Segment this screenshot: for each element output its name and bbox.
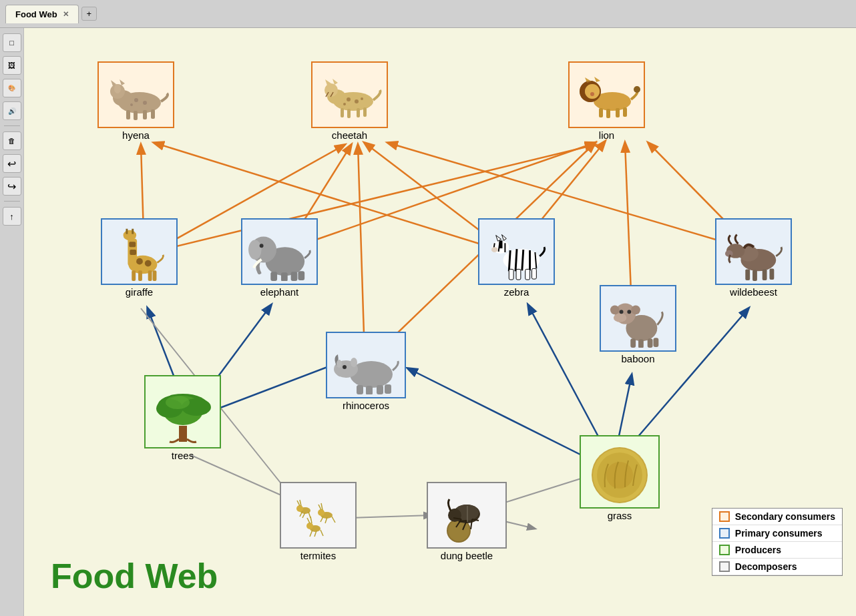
svg-marker-96 <box>495 236 501 242</box>
svg-rect-81 <box>270 272 277 281</box>
node-zebra[interactable]: zebra <box>478 218 555 298</box>
node-grass[interactable]: grass <box>580 435 660 521</box>
svg-rect-109 <box>762 269 767 280</box>
node-lion[interactable]: lion <box>568 61 645 141</box>
svg-rect-121 <box>653 338 658 347</box>
sidebar-separator <box>4 125 20 126</box>
termites-icon <box>285 487 352 544</box>
sidebar-btn-undo[interactable]: ↩ <box>3 154 21 173</box>
node-elephant[interactable]: elephant <box>241 218 318 298</box>
svg-rect-127 <box>357 385 363 394</box>
svg-rect-98 <box>499 240 502 248</box>
node-dung-beetle[interactable]: dung beetle <box>427 482 507 561</box>
svg-rect-70 <box>138 270 142 281</box>
tab-label: Food Web <box>15 9 57 19</box>
svg-rect-131 <box>179 426 187 442</box>
sidebar-btn-share[interactable]: ↑ <box>3 207 21 226</box>
wildebeest-label: wildebeest <box>730 286 777 298</box>
svg-rect-129 <box>377 385 383 394</box>
svg-rect-62 <box>623 107 627 117</box>
legend-secondary-label: Secondary consumers <box>735 511 835 522</box>
svg-rect-118 <box>630 338 636 348</box>
svg-point-80 <box>259 244 263 248</box>
legend-producers-label: Producers <box>735 545 781 555</box>
svg-rect-60 <box>606 109 610 118</box>
new-tab-button[interactable]: + <box>81 7 97 21</box>
dung-beetle-label: dung beetle <box>441 550 493 561</box>
sidebar-btn-redo[interactable]: ↪ <box>3 177 21 196</box>
svg-rect-45 <box>357 108 360 117</box>
svg-line-159 <box>310 530 312 537</box>
svg-point-116 <box>619 310 623 314</box>
svg-line-151 <box>321 503 323 510</box>
wildebeest-icon <box>720 222 787 281</box>
sidebar-btn-color[interactable]: 🎨 <box>3 79 21 97</box>
dung-beetle-icon <box>432 487 502 544</box>
svg-point-114 <box>610 305 619 314</box>
legend-decomposers-color <box>719 561 730 572</box>
cheetah-icon <box>316 68 383 121</box>
legend-primary-label: Primary consumers <box>735 528 823 539</box>
svg-rect-128 <box>366 386 373 394</box>
node-cheetah[interactable]: cheetah <box>311 61 388 141</box>
svg-line-161 <box>320 530 323 536</box>
svg-rect-130 <box>385 384 391 394</box>
svg-rect-119 <box>638 339 644 348</box>
svg-point-28 <box>114 84 121 93</box>
legend-primary-color <box>719 528 730 539</box>
svg-rect-31 <box>126 110 130 119</box>
svg-point-136 <box>166 396 190 409</box>
svg-line-144 <box>300 500 301 506</box>
legend-primary: Primary consumers <box>712 525 842 542</box>
svg-line-143 <box>297 501 300 506</box>
svg-rect-61 <box>616 108 620 117</box>
svg-rect-101 <box>525 269 529 280</box>
svg-point-156 <box>306 523 313 529</box>
legend-producers-color <box>719 545 730 555</box>
sidebar-btn-image[interactable]: 🖼 <box>3 56 21 75</box>
svg-marker-55 <box>594 77 600 82</box>
node-wildebeest[interactable]: wildebeest <box>715 218 792 298</box>
svg-marker-97 <box>501 235 506 241</box>
svg-rect-69 <box>132 270 136 281</box>
svg-point-117 <box>627 310 631 314</box>
svg-point-140 <box>606 462 633 489</box>
node-giraffe[interactable]: giraffe <box>101 218 178 298</box>
svg-rect-110 <box>769 268 774 280</box>
node-hyena[interactable]: hyena <box>97 61 174 141</box>
svg-line-150 <box>318 505 321 510</box>
svg-line-5 <box>154 143 505 252</box>
trees-icon <box>150 380 216 444</box>
svg-point-75 <box>136 258 143 265</box>
node-rhinoceros[interactable]: rhinoceros <box>326 332 406 411</box>
tab-close[interactable]: ✕ <box>63 10 69 19</box>
svg-rect-99 <box>509 269 513 280</box>
lion-label: lion <box>599 129 614 141</box>
baboon-label: baboon <box>621 353 654 364</box>
canvas-area: hyena <box>24 28 856 616</box>
sidebar-btn-rectangle[interactable]: □ <box>3 33 21 52</box>
svg-line-157 <box>307 518 310 523</box>
svg-line-86 <box>509 250 510 271</box>
svg-rect-67 <box>126 229 128 234</box>
legend-secondary-color <box>719 511 730 522</box>
browser-tab[interactable]: Food Web ✕ <box>5 5 79 23</box>
grass-label: grass <box>608 510 632 521</box>
svg-point-49 <box>343 103 346 105</box>
svg-rect-68 <box>132 229 134 234</box>
svg-rect-82 <box>280 272 287 281</box>
svg-point-36 <box>143 101 147 105</box>
sidebar-btn-trash[interactable]: 🗑 <box>3 131 21 150</box>
node-termites[interactable]: termites <box>280 482 357 561</box>
lion-icon <box>574 68 640 121</box>
node-trees[interactable]: trees <box>144 375 221 461</box>
svg-line-87 <box>515 249 517 271</box>
svg-rect-84 <box>298 271 304 280</box>
svg-line-12 <box>625 143 632 308</box>
svg-rect-44 <box>347 109 351 118</box>
svg-rect-83 <box>290 272 297 281</box>
grass-icon <box>585 440 655 504</box>
sidebar-btn-audio[interactable]: 🔊 <box>3 101 21 120</box>
trees-label: trees <box>172 450 194 461</box>
node-baboon[interactable]: baboon <box>600 285 676 364</box>
